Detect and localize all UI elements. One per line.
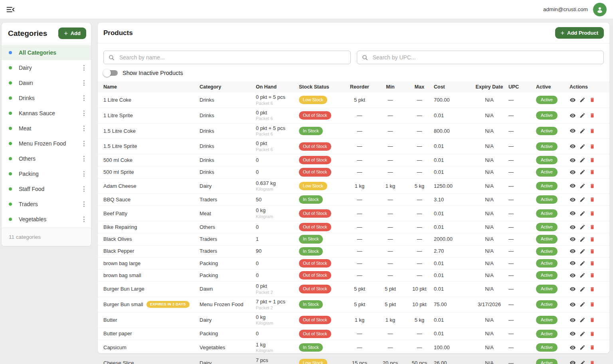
edit-button[interactable]: [579, 317, 586, 323]
category-item-traders[interactable]: Traders: [2, 197, 91, 212]
view-button[interactable]: [569, 317, 576, 323]
add-product-button[interactable]: + Add Product: [555, 27, 604, 39]
edit-button[interactable]: [579, 248, 586, 254]
upc-search-input[interactable]: [372, 54, 599, 61]
category-item-kannas-sauce[interactable]: Kannas Sauce: [2, 106, 91, 121]
add-category-button[interactable]: + Add: [58, 28, 86, 39]
category-item-others[interactable]: Others: [2, 151, 91, 166]
edit-button[interactable]: [579, 97, 586, 103]
delete-button[interactable]: [589, 210, 596, 216]
stock-status-badge: In Stock: [299, 247, 323, 256]
delete-button[interactable]: [589, 248, 596, 254]
delete-button[interactable]: [589, 183, 596, 189]
active-cell: Active: [536, 359, 569, 364]
view-button[interactable]: [569, 272, 576, 279]
view-button[interactable]: [569, 112, 576, 119]
delete-button[interactable]: [589, 260, 596, 266]
view-button[interactable]: [569, 197, 576, 203]
edit-button[interactable]: [579, 197, 586, 203]
edit-button[interactable]: [579, 183, 586, 189]
view-button[interactable]: [569, 97, 576, 103]
kebab-menu-icon[interactable]: [81, 124, 87, 133]
kebab-menu-icon[interactable]: [81, 199, 87, 209]
view-button[interactable]: [569, 143, 576, 150]
edit-button[interactable]: [579, 112, 586, 119]
delete-button[interactable]: [589, 97, 596, 103]
delete-button[interactable]: [589, 128, 596, 134]
edit-button[interactable]: [579, 331, 586, 337]
edit-button[interactable]: [579, 143, 586, 150]
edit-button[interactable]: [579, 301, 586, 308]
show-inactive-toggle[interactable]: [105, 70, 118, 76]
edit-button[interactable]: [579, 210, 586, 216]
view-button[interactable]: [569, 157, 576, 163]
category-cell: Dawn: [200, 286, 256, 292]
edit-button[interactable]: [579, 169, 586, 175]
delete-button[interactable]: [589, 224, 596, 230]
edit-button[interactable]: [579, 360, 586, 364]
view-button[interactable]: [569, 301, 576, 308]
view-button[interactable]: [569, 286, 576, 292]
edit-button[interactable]: [579, 260, 586, 266]
edit-button[interactable]: [579, 128, 586, 134]
delete-button[interactable]: [589, 157, 596, 163]
view-button[interactable]: [569, 331, 576, 337]
edit-button[interactable]: [579, 344, 586, 351]
collapse-menu-button[interactable]: [4, 3, 17, 16]
kebab-menu-icon[interactable]: [81, 214, 87, 224]
category-item-dawn[interactable]: Dawn: [2, 75, 91, 91]
category-label: Dawn: [19, 80, 81, 86]
view-button[interactable]: [569, 248, 576, 254]
delete-button[interactable]: [589, 344, 596, 351]
kebab-menu-icon[interactable]: [81, 78, 87, 88]
delete-button[interactable]: [589, 197, 596, 203]
delete-button[interactable]: [589, 286, 596, 292]
user-area: admin@crusti.com: [543, 3, 607, 16]
category-item-vegetables[interactable]: Vegetables: [2, 212, 91, 227]
view-button[interactable]: [569, 183, 576, 189]
kebab-menu-icon[interactable]: [81, 169, 87, 179]
category-item-staff-food[interactable]: Staff Food: [2, 181, 91, 197]
active-badge: Active: [536, 359, 558, 364]
delete-button[interactable]: [589, 236, 596, 242]
view-button[interactable]: [569, 360, 576, 364]
show-inactive-label: Show Inactive Products: [123, 70, 183, 76]
delete-button[interactable]: [589, 272, 596, 279]
edit-button[interactable]: [579, 157, 586, 163]
delete-button[interactable]: [589, 360, 596, 364]
edit-button[interactable]: [579, 286, 586, 292]
view-button[interactable]: [569, 224, 576, 230]
category-cell: Traders: [200, 197, 256, 203]
name-search-input[interactable]: [119, 54, 346, 61]
category-item-drinks[interactable]: Drinks: [2, 91, 91, 106]
category-item-menu-frozen-food[interactable]: Menu Frozen Food: [2, 136, 91, 151]
view-button[interactable]: [569, 344, 576, 351]
delete-button[interactable]: [589, 112, 596, 119]
active-badge: Active: [536, 247, 558, 256]
delete-button[interactable]: [589, 331, 596, 337]
kebab-menu-icon[interactable]: [81, 154, 87, 163]
edit-button[interactable]: [579, 224, 586, 230]
edit-button[interactable]: [579, 272, 586, 279]
category-item-dairy[interactable]: Dairy: [2, 60, 91, 75]
category-item-all-categories[interactable]: All Categories: [2, 45, 91, 60]
delete-button[interactable]: [589, 143, 596, 150]
kebab-menu-icon[interactable]: [81, 93, 87, 103]
view-button[interactable]: [569, 128, 576, 134]
delete-button[interactable]: [589, 317, 596, 323]
kebab-menu-icon[interactable]: [81, 184, 87, 194]
delete-button[interactable]: [589, 169, 596, 175]
view-button[interactable]: [569, 260, 576, 266]
category-item-meat[interactable]: Meat: [2, 121, 91, 136]
edit-button[interactable]: [579, 236, 586, 242]
category-item-packing[interactable]: Packing: [2, 166, 91, 181]
kebab-menu-icon[interactable]: [81, 139, 87, 148]
view-button[interactable]: [569, 236, 576, 242]
table-row-500-ml-coke: 500 ml CokeDrinks0Out of Stock———0.01N/A…: [98, 154, 609, 166]
kebab-menu-icon[interactable]: [81, 63, 87, 73]
view-button[interactable]: [569, 210, 576, 216]
kebab-menu-icon[interactable]: [81, 108, 87, 118]
avatar[interactable]: [593, 3, 607, 16]
delete-button[interactable]: [589, 301, 596, 308]
view-button[interactable]: [569, 169, 576, 175]
